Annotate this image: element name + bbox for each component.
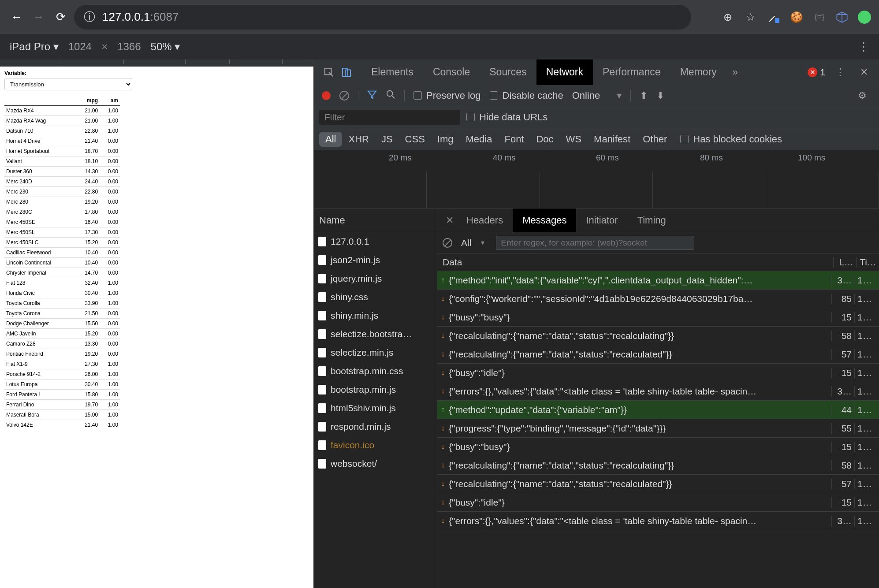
devtools-close-icon[interactable]: ✕ <box>855 63 873 81</box>
timeline[interactable]: 20 ms 40 ms 60 ms 80 ms 100 ms <box>314 150 879 208</box>
device-toolbar: iPad Pro ▾ 1024 × 1366 50% ▾ ⋮ <box>0 34 879 60</box>
download-icon[interactable]: ⬇ <box>656 90 664 101</box>
devtools-tab-memory[interactable]: Memory <box>670 60 726 85</box>
ws-message-row[interactable]: ↓{"busy":"idle"}151… <box>437 364 879 382</box>
table-row: Maserati Bora15.001.00 <box>4 410 120 420</box>
variable-select[interactable]: Transmission <box>4 78 132 90</box>
ws-message-row[interactable]: ↓{"recalculating":{"name":"data","status… <box>437 456 879 475</box>
viewport-width[interactable]: 1024 <box>68 41 92 53</box>
type-chip-xhr[interactable]: XHR <box>342 132 375 147</box>
more-tabs-icon[interactable]: » <box>726 63 744 81</box>
inspect-icon[interactable] <box>320 63 338 81</box>
bookmark-icon[interactable]: ☆ <box>744 11 757 24</box>
table-row: Merc 450SL17.300.00 <box>4 227 120 238</box>
arrow-down-icon: ↓ <box>437 331 449 340</box>
devtools-tab-network[interactable]: Network <box>536 60 593 85</box>
detail-tab-timing[interactable]: Timing <box>628 208 676 232</box>
request-row[interactable]: 127.0.0.1 <box>314 232 437 251</box>
device-select[interactable]: iPad Pro ▾ <box>10 41 59 53</box>
type-chip-other[interactable]: Other <box>637 132 673 147</box>
type-chip-font[interactable]: Font <box>498 132 530 147</box>
throttling-select[interactable]: Online▾ <box>572 90 622 101</box>
ws-message-row[interactable]: ↓{"errors":{},"values":{"data":"<table c… <box>437 512 879 530</box>
detail-tab-messages[interactable]: Messages <box>513 208 576 232</box>
braces-icon[interactable]: {=} <box>813 11 826 24</box>
filter-input[interactable] <box>319 110 460 125</box>
detail-tab-initiator[interactable]: Initiator <box>576 208 627 232</box>
zoom-select[interactable]: 50% ▾ <box>151 41 180 53</box>
preserve-log-checkbox[interactable]: Preserve log <box>413 90 481 101</box>
file-icon <box>318 237 326 246</box>
ws-message-row[interactable]: ↓{"busy":"idle"}151… <box>437 493 879 512</box>
type-chip-img[interactable]: Img <box>431 132 460 147</box>
type-chip-manifest[interactable]: Manifest <box>588 132 637 147</box>
type-chip-css[interactable]: CSS <box>399 132 431 147</box>
request-row[interactable]: selectize.bootstra… <box>314 325 437 343</box>
blocked-cookies-checkbox[interactable]: Has blocked cookies <box>680 134 782 145</box>
request-row[interactable]: selectize.min.js <box>314 343 437 362</box>
type-chip-media[interactable]: Media <box>460 132 499 147</box>
ws-message-row[interactable]: ↓{"busy":"busy"}151… <box>437 308 879 327</box>
request-row[interactable]: bootstrap.min.js <box>314 380 437 399</box>
arrow-down-icon: ↓ <box>437 368 449 377</box>
device-mode-icon[interactable] <box>338 63 355 81</box>
clear-messages-button[interactable] <box>443 238 452 248</box>
request-row[interactable]: respond.min.js <box>314 417 437 436</box>
request-row[interactable]: json2-min.js <box>314 251 437 269</box>
zoom-icon[interactable]: ⊕ <box>721 11 734 24</box>
forward-button[interactable]: → <box>30 8 48 26</box>
ws-message-row[interactable]: ↓{"recalculating":{"name":"data","status… <box>437 345 879 364</box>
record-button[interactable] <box>322 91 331 100</box>
message-filter-input[interactable] <box>496 236 694 250</box>
ws-message-row[interactable]: ↓{"progress":{"type":"binding","message"… <box>437 419 879 438</box>
cube-icon[interactable] <box>836 11 848 23</box>
upload-icon[interactable]: ⬆ <box>640 90 648 101</box>
message-filter-all[interactable]: All <box>461 238 471 248</box>
devtools-tab-performance[interactable]: Performance <box>593 60 670 85</box>
type-chip-js[interactable]: JS <box>375 132 399 147</box>
network-settings-icon[interactable]: ⚙ <box>853 87 871 104</box>
dropdown-icon[interactable]: ▾ <box>481 238 484 247</box>
column-header <box>4 96 75 106</box>
devtools-menu-icon[interactable]: ⋮ <box>831 63 849 81</box>
request-row[interactable]: bootstrap.min.css <box>314 362 437 380</box>
name-column-header[interactable]: Name <box>314 208 437 232</box>
table-row: AMC Javelin15.200.00 <box>4 329 120 339</box>
address-bar[interactable]: ⓘ 127.0.0.1:6087 <box>74 5 691 30</box>
cookie-icon[interactable]: 🍪 <box>790 11 803 24</box>
back-button[interactable]: ← <box>8 8 26 26</box>
ws-message-row[interactable]: ↑{"method":"update","data":{"variable":"… <box>437 401 879 419</box>
disable-cache-checkbox[interactable]: Disable cache <box>490 90 563 101</box>
viewport-height[interactable]: 1366 <box>117 41 141 53</box>
ws-message-row[interactable]: ↓{"config":{"workerId":"","sessionId":"4… <box>437 290 879 308</box>
error-badge[interactable]: ✕1 <box>808 67 825 78</box>
ws-message-row[interactable]: ↓{"busy":"busy"}151… <box>437 438 879 456</box>
ws-message-row[interactable]: ↑{"method":"init","data":{"variable":"cy… <box>437 271 879 290</box>
ws-message-row[interactable]: ↓{"errors":{},"values":{"data":"<table c… <box>437 382 879 401</box>
detail-tab-headers[interactable]: Headers <box>457 208 513 232</box>
devtools-tab-elements[interactable]: Elements <box>361 60 423 85</box>
devtools-tab-console[interactable]: Console <box>423 60 480 85</box>
request-row[interactable]: jquery.min.js <box>314 269 437 288</box>
devtools-tab-sources[interactable]: Sources <box>480 60 536 85</box>
ws-message-row[interactable]: ↓{"recalculating":{"name":"data","status… <box>437 327 879 345</box>
hide-data-urls-checkbox[interactable]: Hide data URLs <box>466 112 548 123</box>
request-row[interactable]: shiny.min.js <box>314 306 437 325</box>
search-icon[interactable] <box>386 89 395 102</box>
table-row: Lotus Europa30.401.00 <box>4 380 120 390</box>
filter-icon[interactable] <box>367 89 377 102</box>
ws-message-row[interactable]: ↓{"recalculating":{"name":"data","status… <box>437 475 879 493</box>
request-row[interactable]: html5shiv.min.js <box>314 399 437 417</box>
request-row[interactable]: websocket/ <box>314 454 437 473</box>
type-chip-ws[interactable]: WS <box>560 132 588 147</box>
request-row[interactable]: shiny.css <box>314 288 437 306</box>
profile-avatar[interactable] <box>858 11 871 24</box>
wand-icon[interactable] <box>767 11 780 24</box>
clear-button[interactable] <box>339 91 349 100</box>
type-chip-all[interactable]: All <box>319 132 342 147</box>
device-menu-icon[interactable]: ⋮ <box>858 40 869 54</box>
detail-close-icon[interactable]: ✕ <box>443 215 457 226</box>
reload-button[interactable]: ⟳ <box>52 8 70 26</box>
type-chip-doc[interactable]: Doc <box>530 132 559 147</box>
request-row[interactable]: favicon.ico <box>314 436 437 454</box>
